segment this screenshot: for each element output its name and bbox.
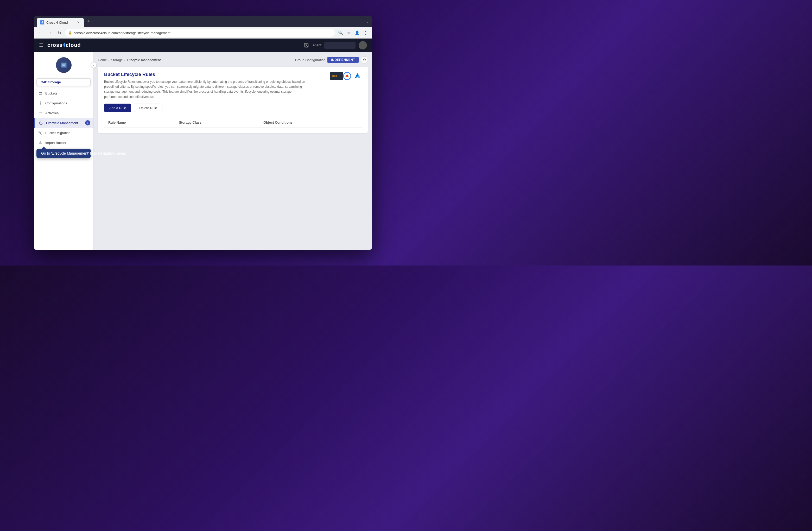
sidebar-item-bucket-migration[interactable]: Bucket Migration xyxy=(34,128,93,138)
sidebar-item-import-bucket[interactable]: Import Bucket xyxy=(34,138,93,147)
independent-button[interactable]: INDEPENDENT xyxy=(328,57,359,63)
reload-button[interactable]: ↻ xyxy=(56,29,63,37)
tab-bar: 4 Cross 4 Cloud ✕ + ⌄ xyxy=(34,16,372,27)
sidebar: ‹ C4C Storage Buckets Co xyxy=(34,52,94,250)
content-card: Bucket Lifecycle Rules Bucket Lifecycle … xyxy=(98,67,368,133)
tab-favicon: 4 xyxy=(40,20,44,25)
delete-rule-button[interactable]: Delete Rule xyxy=(134,104,162,112)
group-config-label: Group Configuration xyxy=(295,58,325,62)
card-actions: Add a Rule Delete Rule xyxy=(104,104,362,112)
breadcrumb-sep-1: / xyxy=(108,58,110,62)
breadcrumb: Home / Storage / Lifecycle management xyxy=(98,58,161,62)
svg-point-12 xyxy=(346,75,348,77)
add-rule-button[interactable]: Add a Rule xyxy=(104,104,131,112)
sidebar-item-buckets-label: Buckets xyxy=(45,91,57,95)
sidebar-item-configurations-label: Configurations xyxy=(45,101,67,105)
user-avatar[interactable] xyxy=(359,41,367,49)
app-body: ‹ C4C Storage Buckets Co xyxy=(34,52,372,250)
lifecycle-badge: 1 xyxy=(85,120,90,126)
sidebar-item-lifecycle-label: Lifecycle Managment xyxy=(46,121,78,125)
tenant-label: Tenant: xyxy=(311,43,322,47)
gcp-cloud-icon xyxy=(343,72,351,80)
card-title: Bucket Lifecycle Rules xyxy=(104,72,333,77)
breadcrumb-home[interactable]: Home xyxy=(98,58,107,62)
svg-text:aws: aws xyxy=(332,74,337,77)
sidebar-active-section[interactable]: C4C Storage xyxy=(37,78,91,86)
settings-icon-button[interactable]: ⚙ xyxy=(361,56,368,63)
import-bucket-icon xyxy=(38,140,43,145)
tenant-icon xyxy=(304,43,309,48)
aws-cloud-icon: aws xyxy=(333,72,341,80)
address-bar: ← → ↻ 🔒 console.dev.cross4cloud.com/app/… xyxy=(34,27,372,39)
breadcrumb-storage[interactable]: Storage xyxy=(111,58,123,62)
buckets-icon xyxy=(38,91,43,96)
gcp-logo xyxy=(343,72,351,80)
sidebar-navigation: Buckets Configurations Activities xyxy=(34,87,93,149)
toolbar-icons: 🔍 ☆ 👤 ⋮ xyxy=(337,29,369,37)
svg-rect-6 xyxy=(39,92,42,95)
secure-icon: 🔒 xyxy=(68,31,72,34)
svg-rect-9 xyxy=(41,133,42,134)
card-header: Bucket Lifecycle Rules Bucket Lifecycle … xyxy=(104,72,362,99)
active-tab[interactable]: 4 Cross 4 Cloud ✕ xyxy=(37,18,84,27)
forward-button[interactable]: → xyxy=(46,29,54,37)
sidebar-logo-icon xyxy=(59,60,69,70)
svg-point-1 xyxy=(306,44,307,45)
sidebar-logo-area: ‹ xyxy=(34,52,93,78)
main-content: Home / Storage / Lifecycle management Gr… xyxy=(94,52,372,250)
azure-logo xyxy=(354,72,362,80)
rules-table: Rule Name Storage Class Object Condition… xyxy=(104,117,362,128)
app-logo: cross4cloud xyxy=(47,42,81,48)
sidebar-item-bucket-migration-label: Bucket Migration xyxy=(45,131,71,135)
sidebar-item-import-bucket-label: Import Bucket xyxy=(45,141,66,145)
card-title-area: Bucket Lifecycle Rules Bucket Lifecycle … xyxy=(104,72,333,99)
back-button[interactable]: ← xyxy=(37,29,44,37)
header-right: Tenant: xyxy=(304,41,367,49)
activities-icon xyxy=(38,111,43,115)
sidebar-logo xyxy=(56,57,72,73)
tenant-value[interactable] xyxy=(324,42,356,49)
url-text: console.dev.cross4cloud.com/app/storage/… xyxy=(74,31,171,35)
tenant-area: Tenant: xyxy=(304,42,356,49)
url-input[interactable]: 🔒 console.dev.cross4cloud.com/app/storag… xyxy=(65,29,335,37)
tab-close-button[interactable]: ✕ xyxy=(76,20,81,25)
col-object-conditions: Object Conditions xyxy=(259,117,362,128)
lifecycle-icon xyxy=(39,120,43,125)
sidebar-item-buckets[interactable]: Buckets xyxy=(34,88,93,98)
sidebar-item-lifecycle[interactable]: Lifecycle Managment 1 xyxy=(34,118,93,128)
svg-rect-8 xyxy=(39,131,40,132)
sidebar-item-configurations[interactable]: Configurations xyxy=(34,98,93,108)
bucket-migration-icon xyxy=(38,130,43,135)
table-header-row: Rule Name Storage Class Object Condition… xyxy=(104,117,362,128)
configurations-icon xyxy=(38,101,43,105)
browser-window: 4 Cross 4 Cloud ✕ + ⌄ ← → ↻ 🔒 console.de… xyxy=(34,16,372,250)
breadcrumb-sep-2: / xyxy=(125,58,126,62)
azure-cloud-icon xyxy=(353,72,362,80)
svg-point-7 xyxy=(40,103,41,104)
breadcrumb-bar: Home / Storage / Lifecycle management Gr… xyxy=(98,56,368,63)
menu-icon[interactable]: ⋮ xyxy=(362,29,369,37)
tooltip-overlay: Go to 'Lifecycle Management' from naviga… xyxy=(37,149,91,158)
sidebar-item-activities-label: Activities xyxy=(45,111,59,115)
app-container: ☰ cross4cloud Tenant: xyxy=(34,39,372,250)
search-icon[interactable]: 🔍 xyxy=(337,29,344,37)
tooltip-text: Go to 'Lifecycle Management' from naviga… xyxy=(41,151,126,155)
app-header: ☰ cross4cloud Tenant: xyxy=(34,39,372,52)
svg-rect-5 xyxy=(63,65,64,66)
sidebar-item-activities[interactable]: Activities xyxy=(34,108,93,118)
logo-text: cross4cloud xyxy=(47,42,81,48)
cloud-icons: aws xyxy=(333,72,362,80)
new-tab-button[interactable]: + xyxy=(85,18,92,25)
breadcrumb-current: Lifecycle management xyxy=(127,58,161,62)
profile-icon[interactable]: 👤 xyxy=(353,29,361,37)
card-description: Bucket Lifecycle Rules empower you to ma… xyxy=(104,80,307,99)
group-config: Group Configuration INDEPENDENT ⚙ xyxy=(295,56,368,63)
tooltip-arrow xyxy=(42,146,46,149)
sidebar-collapse-button[interactable]: ‹ xyxy=(91,62,97,68)
col-storage-class: Storage Class xyxy=(175,117,259,128)
hamburger-menu[interactable]: ☰ xyxy=(39,42,43,48)
aws-logo: aws xyxy=(330,72,343,80)
col-rule-name: Rule Name xyxy=(104,117,175,128)
bookmark-icon[interactable]: ☆ xyxy=(345,29,352,37)
tab-expand-button[interactable]: ⌄ xyxy=(366,19,369,24)
